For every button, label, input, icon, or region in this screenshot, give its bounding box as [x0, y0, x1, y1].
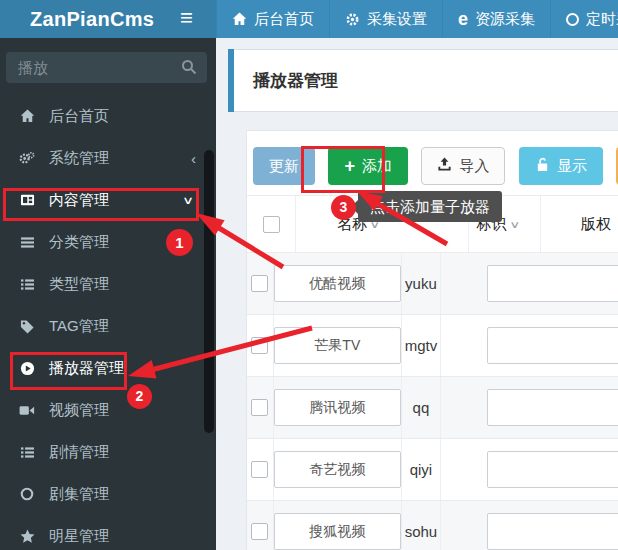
hamburger-menu-icon[interactable]: ≡ [180, 0, 193, 38]
page-header: 播放器管理 [228, 49, 618, 112]
sidebar-item-video[interactable]: 视频管理 [0, 389, 216, 431]
nav-item-label: 后台首页 [254, 10, 314, 29]
row-checkbox[interactable] [251, 461, 268, 478]
toolbar: 更新 + 添加 导入 显示 隐藏 [247, 131, 618, 185]
nav-item-dashboard[interactable]: 后台首页 [216, 0, 329, 38]
navbar-items: 后台首页 采集设置 e 资源采集 定时采集 [216, 0, 618, 38]
nav-item-resource-collect[interactable]: e 资源采集 [442, 0, 550, 38]
sidebar-item-type[interactable]: 类型管理 [0, 263, 216, 305]
circle-o-icon [18, 487, 36, 501]
table-panel: 更新 + 添加 导入 显示 隐藏 [246, 130, 618, 550]
bars-icon [18, 236, 36, 249]
sidebar-item-player[interactable]: 播放器管理 [0, 347, 216, 389]
player-code: yuku [405, 275, 437, 292]
import-button-label: 导入 [459, 157, 489, 176]
players-table: 名称 ∨ 标识 ∨ 版权 [247, 195, 618, 550]
gear-icon [345, 12, 360, 27]
sidebar-item-label: 剧集管理 [49, 485, 109, 504]
column-header-copyright: 版权 [581, 215, 611, 234]
player-code: qiyi [410, 461, 433, 478]
row-checkbox[interactable] [251, 399, 268, 416]
sidebar-item-label: 类型管理 [49, 275, 109, 294]
player-name-input[interactable] [274, 513, 401, 550]
sidebar-item-plot[interactable]: 剧情管理 [0, 431, 216, 473]
sidebar-item-label: 播放器管理 [49, 359, 124, 378]
column-header-name[interactable]: 名称 ∨ [337, 215, 378, 234]
player-name-input[interactable] [274, 451, 401, 488]
sidebar-search [6, 52, 207, 83]
table-row: sohu [247, 501, 618, 550]
nav-item-collect-settings[interactable]: 采集设置 [329, 0, 442, 38]
copyright-input[interactable] [487, 327, 618, 364]
select-all-checkbox[interactable] [263, 216, 280, 233]
sort-caret-icon: ∨ [509, 219, 520, 230]
row-checkbox[interactable] [251, 337, 268, 354]
player-name-input[interactable] [274, 265, 401, 302]
player-code: qq [413, 399, 430, 416]
copyright-input[interactable] [487, 389, 618, 426]
sidebar: 后台首页 系统管理 ‹ 内容管理 ∨ 分类管理 类型管理 [0, 38, 216, 550]
resource-e-icon: e [458, 12, 468, 26]
sidebar-item-system[interactable]: 系统管理 ‹ [0, 137, 216, 179]
sidebar-item-label: 剧情管理 [49, 443, 109, 462]
table-row: qq [247, 377, 618, 439]
sidebar-item-label: 明星管理 [49, 527, 109, 546]
sidebar-item-label: 后台首页 [49, 107, 109, 126]
show-button[interactable]: 显示 [519, 147, 603, 185]
sidebar-scrollbar[interactable] [204, 150, 214, 433]
unlock-icon [535, 157, 550, 175]
player-code: mgtv [405, 337, 438, 354]
table-header-row: 名称 ∨ 标识 ∨ 版权 [247, 196, 618, 253]
sidebar-item-category[interactable]: 分类管理 [0, 221, 216, 263]
update-button[interactable]: 更新 [253, 147, 315, 185]
sidebar-item-star[interactable]: 明星管理 [0, 515, 216, 550]
chevron-left-icon: ‹ [191, 150, 196, 167]
sidebar-item-content[interactable]: 内容管理 ∨ [0, 179, 216, 221]
sidebar-item-label: TAG管理 [49, 317, 109, 336]
home-icon [18, 109, 36, 123]
sort-caret-icon: ∨ [369, 219, 380, 230]
sidebar-item-label: 系统管理 [49, 149, 109, 168]
play-circle-icon [18, 361, 36, 376]
player-code: sohu [405, 523, 438, 540]
main-content: 播放器管理 更新 + 添加 导入 显示 [216, 38, 618, 550]
row-checkbox[interactable] [251, 523, 268, 540]
player-name-input[interactable] [274, 389, 401, 426]
column-header-code[interactable]: 标识 ∨ [477, 215, 518, 234]
gears-icon [18, 151, 36, 166]
film-icon [18, 193, 36, 207]
nav-item-scheduled-collect[interactable]: 定时采集 [550, 0, 618, 38]
sidebar-item-label: 视频管理 [49, 401, 109, 420]
add-button[interactable]: + 添加 [328, 147, 408, 185]
search-input[interactable] [6, 52, 176, 83]
list-icon [18, 278, 36, 291]
upload-icon [437, 157, 452, 175]
copyright-input[interactable] [487, 451, 618, 488]
clock-icon [566, 13, 579, 26]
row-checkbox[interactable] [251, 275, 268, 292]
list-icon [18, 446, 36, 459]
search-icon[interactable] [181, 59, 197, 79]
update-button-label: 更新 [269, 157, 299, 176]
star-icon [18, 529, 36, 543]
copyright-input[interactable] [487, 513, 618, 550]
sidebar-item-episode[interactable]: 剧集管理 [0, 473, 216, 515]
home-icon [232, 12, 247, 26]
nav-item-label: 定时采集 [586, 10, 618, 29]
page-title: 播放器管理 [253, 50, 618, 111]
table-row: yuku [247, 253, 618, 315]
sidebar-item-dashboard[interactable]: 后台首页 [0, 95, 216, 137]
video-camera-icon [18, 404, 36, 417]
copyright-input[interactable] [487, 265, 618, 302]
nav-item-label: 采集设置 [367, 10, 427, 29]
plus-icon: + [344, 159, 355, 173]
show-button-label: 显示 [557, 157, 587, 176]
table-row: mgtv [247, 315, 618, 377]
import-button[interactable]: 导入 [421, 147, 505, 185]
sidebar-item-tag[interactable]: TAG管理 [0, 305, 216, 347]
nav-item-label: 资源采集 [475, 10, 535, 29]
player-name-input[interactable] [274, 327, 401, 364]
sidebar-item-label: 内容管理 [49, 191, 109, 210]
sidebar-item-label: 分类管理 [49, 233, 109, 252]
top-navbar: ZanPianCms ≡ 后台首页 采集设置 e 资源采集 定时采集 [0, 0, 618, 38]
